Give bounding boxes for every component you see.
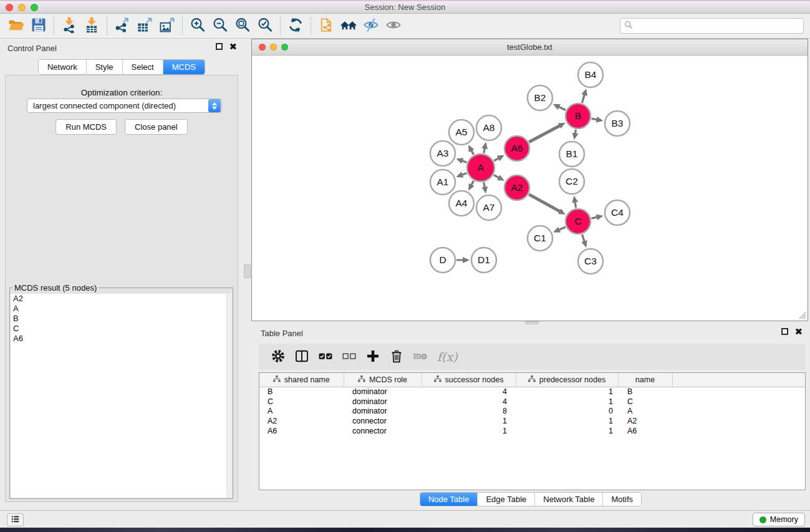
delete-column-button[interactable] bbox=[386, 347, 407, 367]
column-header-name[interactable]: name bbox=[618, 373, 672, 387]
hide-graphics-button[interactable] bbox=[360, 16, 382, 36]
table-cell[interactable]: 0 bbox=[516, 406, 618, 416]
table-cell[interactable]: connector bbox=[344, 416, 422, 426]
graph-edge[interactable] bbox=[592, 118, 598, 120]
result-list-scrollbar[interactable] bbox=[226, 294, 232, 498]
zoom-out-button[interactable] bbox=[209, 16, 231, 36]
mcds-result-item[interactable]: A bbox=[11, 304, 232, 314]
graph-edge[interactable] bbox=[494, 175, 499, 178]
graph-edge[interactable] bbox=[558, 107, 566, 110]
graph-edge[interactable] bbox=[575, 130, 576, 135]
table-cell[interactable]: 8 bbox=[422, 406, 516, 416]
graph-edge[interactable] bbox=[471, 150, 473, 155]
table-row[interactable]: A2connector11A2 bbox=[259, 416, 805, 426]
table-settings-button[interactable] bbox=[268, 347, 288, 367]
save-session-button[interactable] bbox=[27, 16, 50, 36]
table-cell[interactable]: A2 bbox=[259, 416, 344, 426]
homes-button[interactable] bbox=[337, 16, 360, 36]
graph-edge[interactable] bbox=[484, 147, 485, 153]
graph-edge[interactable] bbox=[461, 160, 467, 162]
table-cell[interactable]: C bbox=[618, 397, 672, 407]
table-cell[interactable]: 1 bbox=[516, 426, 618, 436]
open-session-button[interactable] bbox=[5, 16, 27, 36]
graph-edge[interactable] bbox=[461, 173, 467, 175]
network-from-selection-button[interactable] bbox=[315, 16, 337, 36]
zoom-in-button[interactable] bbox=[186, 16, 209, 36]
tab-motifs[interactable]: Motifs bbox=[603, 493, 641, 506]
run-mcds-button[interactable]: Run MCDS bbox=[55, 119, 117, 135]
import-network-button[interactable] bbox=[58, 16, 80, 36]
network-window-titlebar[interactable]: testGlobe.txt bbox=[252, 39, 808, 56]
graph-edge[interactable] bbox=[575, 201, 576, 208]
search-input[interactable] bbox=[635, 20, 803, 32]
task-history-button[interactable] bbox=[7, 513, 24, 526]
column-header-mcds-role[interactable]: MCDS role bbox=[344, 373, 422, 387]
graph-edge[interactable] bbox=[592, 217, 598, 218]
search-box[interactable] bbox=[620, 18, 804, 34]
table-cell[interactable]: dominator bbox=[344, 406, 422, 416]
refresh-button[interactable] bbox=[284, 16, 307, 36]
graph-edge[interactable] bbox=[529, 125, 560, 142]
graph-edge[interactable] bbox=[582, 235, 585, 243]
graph-edge[interactable] bbox=[484, 183, 485, 188]
graph-edge[interactable] bbox=[582, 94, 584, 103]
tab-network[interactable]: Network bbox=[39, 60, 87, 74]
export-image-button[interactable] bbox=[156, 16, 178, 36]
table-cell[interactable]: dominator bbox=[344, 397, 422, 407]
import-table-button[interactable] bbox=[80, 16, 103, 36]
tab-edge-table[interactable]: Edge Table bbox=[478, 493, 535, 506]
table-row[interactable]: A6connector11A6 bbox=[259, 426, 805, 436]
table-row[interactable]: Bdominator41B bbox=[259, 387, 805, 397]
tab-node-table[interactable]: Node Table bbox=[420, 493, 478, 506]
mcds-result-item[interactable]: B bbox=[11, 314, 232, 324]
table-cell[interactable]: A6 bbox=[259, 426, 344, 436]
table-cell[interactable]: dominator bbox=[344, 387, 422, 397]
graph-edge[interactable] bbox=[558, 227, 566, 230]
close-panel-icon[interactable]: ✖ bbox=[229, 43, 237, 50]
table-row[interactable]: Adominator80A bbox=[259, 406, 805, 416]
close-panel-button[interactable]: Close panel bbox=[125, 119, 188, 135]
graph-edge[interactable] bbox=[494, 158, 499, 161]
tab-select[interactable]: Select bbox=[123, 60, 163, 74]
memory-button[interactable]: Memory bbox=[753, 513, 805, 526]
table-cell[interactable]: B bbox=[259, 387, 344, 397]
table-cell[interactable]: 1 bbox=[422, 416, 516, 426]
mcds-result-item[interactable]: A2 bbox=[11, 294, 232, 304]
graph-edge[interactable] bbox=[529, 195, 561, 212]
function-builder-button[interactable]: f(x) bbox=[437, 350, 458, 364]
graph-edge[interactable] bbox=[471, 181, 473, 186]
vertical-splitter-handle[interactable] bbox=[244, 264, 251, 278]
table-cell[interactable]: A2 bbox=[618, 416, 672, 426]
table-cell[interactable]: A6 bbox=[618, 426, 672, 436]
table-cell[interactable]: A bbox=[259, 406, 344, 416]
table-cell[interactable]: 1 bbox=[516, 387, 618, 397]
table-cell[interactable]: A bbox=[618, 406, 672, 416]
float-table-panel-icon[interactable] bbox=[781, 328, 788, 335]
close-table-panel-icon[interactable]: ✖ bbox=[794, 328, 803, 335]
tab-network-table[interactable]: Network Table bbox=[535, 493, 603, 506]
table-cell[interactable]: 1 bbox=[516, 397, 618, 407]
add-column-button[interactable] bbox=[362, 347, 383, 367]
table-cell[interactable]: 4 bbox=[422, 397, 516, 407]
delete-table-button-disabled[interactable] bbox=[410, 347, 430, 367]
deselect-all-button[interactable] bbox=[339, 347, 359, 367]
table-cell[interactable]: 1 bbox=[516, 416, 618, 426]
float-panel-icon[interactable] bbox=[216, 43, 223, 50]
column-view-button[interactable] bbox=[291, 347, 312, 367]
select-all-button[interactable] bbox=[315, 347, 335, 367]
criterion-dropdown[interactable]: largest connected component (directed) bbox=[27, 99, 222, 113]
tab-style[interactable]: Style bbox=[87, 60, 123, 74]
zoom-selected-button[interactable] bbox=[254, 16, 276, 36]
mcds-result-list[interactable]: A2ABCA6 bbox=[11, 294, 232, 498]
table-cell[interactable]: 4 bbox=[422, 387, 516, 397]
resize-grip[interactable] bbox=[798, 311, 806, 319]
network-canvas[interactable]: B4B2BB3B1A5A8A6A3AA1A2C2A4A7CC4C1C3DD1 bbox=[252, 56, 808, 321]
table-cell[interactable]: B bbox=[618, 387, 672, 397]
column-header-shared-name[interactable]: shared name bbox=[259, 373, 344, 387]
tab-mcds[interactable]: MCDS bbox=[163, 60, 205, 74]
export-table-button[interactable] bbox=[133, 16, 156, 36]
show-graphics-button[interactable] bbox=[382, 16, 405, 36]
table-row[interactable]: Cdominator41C bbox=[259, 397, 805, 407]
column-header-predecessor-nodes[interactable]: predecessor nodes bbox=[516, 373, 618, 387]
column-header-successor-nodes[interactable]: successor nodes bbox=[422, 373, 516, 387]
